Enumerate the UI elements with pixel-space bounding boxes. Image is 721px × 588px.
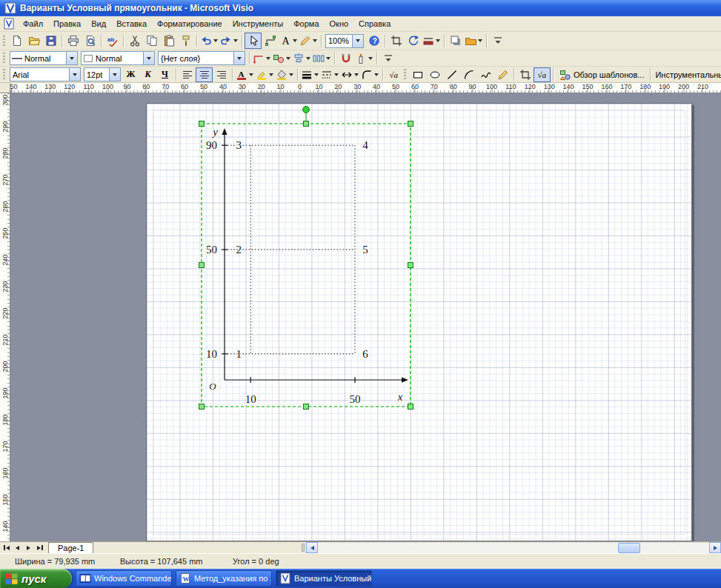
open-folder-button[interactable] [25, 33, 42, 49]
dropdown-arrow[interactable] [476, 39, 483, 42]
highlight-button[interactable] [255, 67, 275, 82]
toolbar-options-button[interactable] [489, 33, 506, 49]
crop-button[interactable] [388, 33, 405, 49]
menu-Вставка[interactable]: Вставка [111, 17, 152, 30]
menu-Правка[interactable]: Правка [48, 17, 86, 30]
last-page-button[interactable] [35, 543, 44, 552]
spelling-button[interactable]: ab [104, 33, 121, 49]
combo-dropdown-button[interactable] [143, 52, 154, 64]
text-tool-button[interactable]: A [279, 33, 299, 49]
layer-combo[interactable]: {Нет слоя} [158, 51, 245, 65]
dropdown-arrow[interactable] [434, 39, 441, 42]
start-button[interactable]: пуск [0, 569, 72, 588]
shadow-button[interactable] [447, 33, 464, 49]
shapes-group-button[interactable] [272, 51, 292, 66]
scroll-right-button[interactable] [709, 542, 721, 553]
dropdown-arrow[interactable] [291, 39, 298, 42]
crop-button[interactable] [516, 67, 534, 82]
browse-templates-button[interactable]: Обзор шаблонов... [556, 67, 648, 82]
dropdown-arrow[interactable] [285, 57, 291, 60]
page-tab[interactable]: Page-1 [48, 542, 93, 553]
line-pattern-button[interactable] [320, 67, 340, 82]
dropdown-arrow[interactable] [325, 57, 331, 60]
dropdown-arrow[interactable] [333, 73, 339, 76]
dropdown-arrow[interactable] [373, 73, 379, 76]
pencil-button[interactable] [299, 33, 319, 49]
dropdown-arrow[interactable] [265, 57, 271, 60]
redo-button[interactable] [219, 33, 239, 49]
drawing-page[interactable] [146, 103, 692, 541]
toolbar-grip[interactable] [3, 53, 5, 64]
task-button[interactable]: WМетод_указания по ... [176, 570, 272, 587]
line-style-combo[interactable]: Normal [10, 51, 78, 65]
undo-button[interactable] [199, 33, 219, 49]
formula-button[interactable]: √a [534, 67, 551, 82]
horizontal-scrollbar[interactable] [306, 542, 721, 553]
text-color-button[interactable]: A [235, 67, 255, 82]
align-right-button[interactable] [213, 67, 230, 82]
save-button[interactable] [42, 33, 59, 49]
line-color-button[interactable] [422, 33, 442, 49]
formula-button[interactable]: √a [385, 67, 402, 82]
paste-button[interactable] [160, 33, 177, 49]
dropdown-arrow[interactable] [232, 39, 239, 42]
dropdown-arrow[interactable] [313, 73, 319, 76]
toolbar-grip[interactable] [404, 69, 406, 80]
line-weight-button[interactable] [300, 67, 320, 82]
menu-Форма[interactable]: Форма [288, 17, 324, 30]
distribute-button[interactable] [312, 51, 332, 66]
combo-dropdown-button[interactable] [69, 68, 80, 81]
scroll-left-button[interactable] [306, 542, 318, 553]
pencil-button[interactable] [494, 67, 511, 82]
combo-dropdown-button[interactable] [352, 35, 363, 47]
rotate-button[interactable] [405, 33, 422, 49]
task-button[interactable]: Варианты Условный... [276, 570, 372, 587]
dropdown-arrow[interactable] [268, 73, 274, 76]
snap-button[interactable] [337, 51, 354, 66]
copy-button[interactable] [143, 33, 160, 49]
line-ends-button[interactable] [340, 67, 360, 82]
arc-tool-button[interactable] [460, 67, 477, 82]
italic-button[interactable]: К [139, 67, 156, 82]
rect-tool-button[interactable] [409, 67, 426, 82]
drawing-canvas[interactable]: 9050101050yxO123456 30029028027026025024… [0, 93, 721, 541]
first-page-button[interactable] [1, 543, 11, 552]
toolbar-grip[interactable] [3, 69, 5, 80]
menu-Инструменты[interactable]: Инструменты [227, 17, 289, 30]
combo-dropdown-button[interactable] [109, 68, 120, 81]
folder-stencil-button[interactable] [464, 33, 484, 49]
new-page-button[interactable] [8, 33, 25, 49]
align-center-button[interactable] [196, 67, 213, 82]
toolbar-options-button[interactable] [379, 51, 396, 66]
menu-Окно[interactable]: Окно [325, 17, 354, 30]
font-size-combo[interactable]: 12pt [84, 67, 121, 81]
dropdown-arrow[interactable] [212, 39, 219, 42]
toolbar-grip[interactable] [3, 36, 5, 47]
vertical-ruler[interactable]: 3002902802702602502402302202102001901801… [0, 93, 10, 541]
fill-style-combo[interactable]: Normal [81, 51, 155, 65]
scrollbar-track[interactable] [318, 542, 709, 553]
dropdown-arrow[interactable] [353, 73, 359, 76]
zoom-combo[interactable]: 100% [325, 34, 364, 48]
fill-color-button[interactable] [275, 67, 295, 82]
format-painter-button[interactable] [177, 33, 194, 49]
connector-corner-button[interactable] [252, 51, 272, 66]
pointer-button[interactable] [245, 33, 262, 49]
combo-dropdown-button[interactable] [233, 52, 245, 64]
scrollbar-thumb[interactable] [618, 543, 640, 553]
corner-round-button[interactable] [360, 67, 380, 82]
ellipse-tool-button[interactable] [426, 67, 443, 82]
print-button[interactable] [64, 33, 82, 49]
freeform-tool-button[interactable] [477, 67, 494, 82]
tab-scroll-splitter[interactable] [302, 544, 305, 552]
dropdown-arrow[interactable] [311, 39, 318, 42]
font-combo[interactable]: Arial [10, 67, 81, 81]
connector-button[interactable] [262, 33, 279, 49]
bold-button[interactable]: Ж [122, 67, 139, 82]
menu-Форматирование[interactable]: Форматирование [152, 17, 227, 30]
menu-Файл[interactable]: Файл [18, 17, 48, 30]
dropdown-arrow[interactable] [367, 57, 373, 60]
align-button[interactable] [292, 51, 312, 66]
menu-Справка[interactable]: Справка [353, 17, 396, 30]
dropdown-arrow[interactable] [247, 73, 254, 76]
